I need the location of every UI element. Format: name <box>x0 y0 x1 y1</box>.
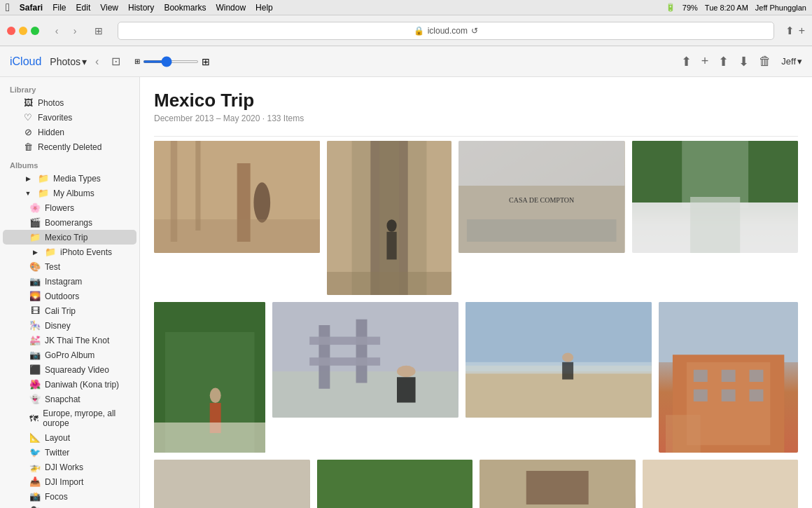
media-types-folder: 📁 <box>38 173 49 184</box>
sidebar-item-focos[interactable]: 📸 Focos <box>3 489 136 504</box>
menubar-right: 🔋 79% Tue 8:20 AM Jeff Phungglan <box>666 3 806 12</box>
sidebar-item-gopro[interactable]: 📷 GoPro Album <box>3 348 136 362</box>
minimize-button[interactable] <box>19 27 27 35</box>
user-chevron: ▾ <box>797 56 802 67</box>
focos-icon: 📸 <box>29 491 41 502</box>
sidebar-item-europe[interactable]: 🗺 Europe, myrope, all ourope <box>3 406 136 430</box>
add-button[interactable]: + <box>701 54 709 69</box>
sidebar-item-cali-trip[interactable]: 🎞 Cali Trip <box>3 303 136 318</box>
sidebar-group-my-albums[interactable]: ▼ 📁 My Albums <box>3 186 136 200</box>
sidebar-item-twitter[interactable]: 🐦 Twitter <box>3 445 136 460</box>
address-bar[interactable]: 🔒 icloud.com ↺ <box>118 22 774 40</box>
download-button[interactable]: ⬇ <box>738 54 749 69</box>
menubar-safari[interactable]: Safari <box>20 3 43 13</box>
tab-toggle[interactable]: ⊞ <box>91 23 106 39</box>
menubar-file[interactable]: File <box>52 3 66 13</box>
photo-p5[interactable] <box>154 302 265 453</box>
back-button[interactable]: ‹ <box>49 23 64 39</box>
photo-p1[interactable] <box>154 141 320 253</box>
disney-icon: 🎠 <box>29 320 41 331</box>
sidebar-dji-works-label: DJI Works <box>45 462 83 472</box>
svg-rect-45 <box>694 370 708 382</box>
upload-button[interactable]: ⬆ <box>681 54 692 69</box>
svg-rect-16 <box>467 219 617 242</box>
main-layout: Library 🖼 Photos ♡ Favorites ⊘ Hidden 🗑 … <box>0 77 812 508</box>
photo-p10[interactable] <box>317 460 473 508</box>
svg-rect-29 <box>319 325 330 389</box>
sidebar-item-instagram[interactable]: 📷 Instagram <box>3 274 136 289</box>
section-label: Photos <box>50 56 80 67</box>
photo-p2[interactable] <box>327 141 451 295</box>
svg-rect-51 <box>666 415 701 453</box>
apple-menu[interactable]:  <box>6 1 10 14</box>
svg-rect-26 <box>154 423 265 453</box>
toolbar-actions: ⬆ + ⬆ ⬇ 🗑 Jeff ▾ <box>681 54 802 69</box>
zoom-small-icon: ⊞ <box>134 57 140 65</box>
sidebar-group-iphoto-events[interactable]: ▶ 📁 iPhoto Events <box>3 245 136 259</box>
user-menu-button[interactable]: Jeff ▾ <box>781 56 802 67</box>
menubar-help[interactable]: Help <box>255 3 273 13</box>
sidebar-item-vero[interactable]: 🎥 Vero <box>3 504 136 508</box>
photo-p7[interactable] <box>465 302 652 418</box>
sidebar-item-dji-import[interactable]: 📥 DJI Import <box>3 474 136 489</box>
fullscreen-button[interactable] <box>31 27 39 35</box>
menubar-edit[interactable]: Edit <box>76 3 91 13</box>
photo-grid: CASA DE COMPTON <box>154 141 798 508</box>
my-albums-folder: 📁 <box>38 188 49 198</box>
zoom-slider[interactable] <box>143 60 199 63</box>
menubar-bookmarks[interactable]: Bookmarks <box>164 3 206 13</box>
sidebar-item-recently-deleted[interactable]: 🗑 Recently Deleted <box>3 139 136 154</box>
sidebar-item-dji-works[interactable]: 🚁 DJI Works <box>3 460 136 474</box>
photo-p3[interactable]: CASA DE COMPTON <box>458 141 624 253</box>
photo-p12[interactable] <box>643 460 799 508</box>
sidebar-item-outdoors[interactable]: 🌄 Outdoors <box>3 289 136 303</box>
photo-p11[interactable] <box>479 460 636 508</box>
sidebar-item-squaready[interactable]: ⬛ Squaready Video <box>3 362 136 377</box>
photo-p8[interactable] <box>659 302 798 453</box>
photo-p6[interactable] <box>272 302 458 418</box>
forward-button[interactable]: › <box>67 23 83 39</box>
sidebar-item-daniwah[interactable]: 🌺 Daniwah (Kona trip) <box>3 377 136 392</box>
svg-rect-31 <box>310 337 381 345</box>
back-album-button[interactable]: ‹ <box>95 55 99 68</box>
svg-rect-41 <box>562 362 573 380</box>
svg-rect-12 <box>327 272 451 295</box>
menubar-window[interactable]: Window <box>216 3 246 13</box>
sidebar-dji-import-label: DJI Import <box>45 477 83 487</box>
sidebar-item-favorites[interactable]: ♡ Favorites <box>3 110 136 125</box>
mexico-trip-icon: 📁 <box>29 232 41 242</box>
sidebar-item-hidden[interactable]: ⊘ Hidden <box>3 125 136 139</box>
album-header: Mexico Trip December 2013 – May 2020 · 1… <box>154 77 798 132</box>
sidebar-item-boomerangs[interactable]: 🎬 Boomerangs <box>3 215 136 230</box>
sidebar-group-media-types[interactable]: ▶ 📁 Media Types <box>3 171 136 186</box>
user-menu[interactable]: Jeff Phungglan <box>755 4 806 12</box>
sidebar-boomerangs-label: Boomerangs <box>45 218 92 228</box>
menubar-view[interactable]: View <box>100 3 118 13</box>
sidebar-test-label: Test <box>45 262 60 272</box>
sidebar-toggle-button[interactable]: ⊡ <box>111 55 120 68</box>
sidebar-item-test[interactable]: 🎨 Test <box>3 259 136 274</box>
sidebar-item-photos[interactable]: 🖼 Photos <box>3 95 136 110</box>
browser-chrome: ‹ › ⊞ 🔒 icloud.com ↺ ⬆ + <box>0 15 812 46</box>
reload-icon[interactable]: ↺ <box>471 26 478 36</box>
sidebar-item-layout[interactable]: 📐 Layout <box>3 430 136 445</box>
share-browser-icon[interactable]: ⬆ <box>785 25 794 37</box>
close-button[interactable] <box>7 27 15 35</box>
sidebar-item-jk-thai[interactable]: 💒 JK Thai The Knot <box>3 333 136 348</box>
menubar-history[interactable]: History <box>128 3 154 13</box>
share-button[interactable]: ⬆ <box>718 54 729 69</box>
sidebar-item-disney[interactable]: 🎠 Disney <box>3 318 136 333</box>
icloud-toolbar: iCloud Photos ▾ ‹ ⊡ ⊞ ⊞ ⬆ + ⬆ ⬇ 🗑 Jeff ▾ <box>0 46 812 77</box>
delete-button[interactable]: 🗑 <box>759 54 771 69</box>
photo-row-2 <box>154 302 798 453</box>
sidebar-item-mexico-trip[interactable]: 📁 Mexico Trip <box>3 230 136 245</box>
photo-p9[interactable] <box>154 460 310 508</box>
snapchat-icon: 👻 <box>29 394 41 404</box>
sidebar-item-snapchat[interactable]: 👻 Snapchat <box>3 392 136 406</box>
new-tab-icon[interactable]: + <box>799 25 805 37</box>
icloud-section[interactable]: Photos ▾ <box>50 56 87 67</box>
svg-rect-34 <box>397 377 416 402</box>
sidebar-item-flowers[interactable]: 🌸 Flowers <box>3 200 136 215</box>
svg-rect-53 <box>317 460 473 508</box>
photo-p4[interactable] <box>632 141 798 253</box>
